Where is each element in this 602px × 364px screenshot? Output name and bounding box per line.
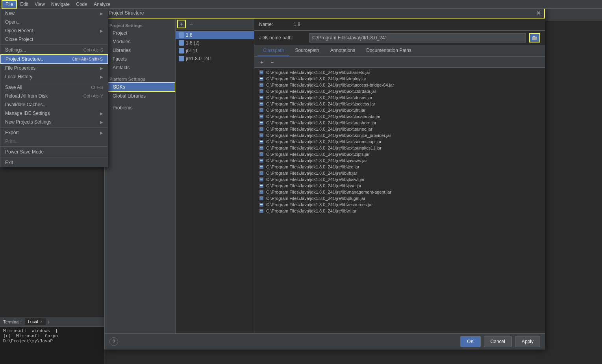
- ok-button[interactable]: OK: [460, 336, 480, 347]
- classpath-item[interactable]: C:\Program Files\Java\jdk1.8.0_241\jre\l…: [254, 88, 545, 94]
- jdk-path-input[interactable]: [309, 33, 526, 42]
- classpath-item[interactable]: C:\Program Files\Java\jdk1.8.0_241\jre\l…: [254, 139, 545, 145]
- classpath-item[interactable]: C:\Program Files\Java\jdk1.8.0_241\jre\l…: [254, 94, 545, 101]
- menu-item-manage-ide[interactable]: Manage IDE Settings ▶: [0, 109, 108, 118]
- menu-item-label: Print...: [5, 139, 19, 144]
- classpath-item[interactable]: C:\Program Files\Java\jdk1.8.0_241\jre\l…: [254, 113, 545, 120]
- menu-item-open[interactable]: Open...: [0, 18, 108, 26]
- classpath-item[interactable]: C:\Program Files\Java\jdk1.8.0_241\jre\l…: [254, 157, 545, 164]
- classpath-item[interactable]: C:\Program Files\Java\jdk1.8.0_241\jre\l…: [254, 69, 545, 76]
- classpath-item[interactable]: C:\Program Files\Java\jdk1.8.0_241\jre\l…: [254, 176, 545, 183]
- shortcut-label: Ctrl+Alt+S: [83, 48, 103, 52]
- menu-item-power-save[interactable]: Power Save Mode: [0, 148, 108, 156]
- menu-item-label: Open...: [5, 19, 20, 25]
- classpath-item[interactable]: C:\Program Files\Java\jdk1.8.0_241\jre\l…: [254, 76, 545, 82]
- classpath-item[interactable]: C:\Program Files\Java\jdk1.8.0_241\jre\l…: [254, 107, 545, 113]
- menu-code[interactable]: Code: [73, 1, 91, 8]
- classpath-item[interactable]: C:\Program Files\Java\jdk1.8.0_241\jre\l…: [254, 189, 545, 195]
- tab-annotations[interactable]: Annotations: [325, 45, 361, 56]
- jdk-browse-button[interactable]: [529, 33, 540, 42]
- classpath-path: C:\Program Files\Java\jdk1.8.0_241\jre\l…: [266, 120, 376, 125]
- sdk-item-jre[interactable]: jre1.8.0_241: [176, 55, 254, 63]
- classpath-path: C:\Program Files\Java\jdk1.8.0_241\jre\l…: [266, 133, 391, 138]
- classpath-item[interactable]: C:\Program Files\Java\jdk1.8.0_241\jre\l…: [254, 82, 545, 88]
- menu-navigate[interactable]: Navigate: [48, 1, 73, 8]
- menu-item-label: Save All: [5, 85, 22, 90]
- sdk-add-button[interactable]: +: [177, 20, 186, 28]
- menu-edit[interactable]: Edit: [17, 1, 31, 8]
- menu-item-file-properties[interactable]: File Properties ▶: [0, 64, 108, 72]
- sdk-item-jbr-11[interactable]: jbr-11: [176, 47, 254, 55]
- classpath-item[interactable]: C:\Program Files\Java\jdk1.8.0_241\jre\l…: [254, 170, 545, 176]
- classpath-item[interactable]: C:\Program Files\Java\jdk1.8.0_241\jre\l…: [254, 208, 545, 214]
- classpath-item[interactable]: C:\Program Files\Java\jdk1.8.0_241\jre\l…: [254, 132, 545, 139]
- terminal-tab-close[interactable]: ×: [40, 320, 43, 324]
- tab-classpath[interactable]: Classpath: [257, 45, 289, 56]
- classpath-item[interactable]: C:\Program Files\Java\jdk1.8.0_241\jre\l…: [254, 151, 545, 157]
- menu-file[interactable]: File: [2, 0, 17, 9]
- menu-item-local-history[interactable]: Local History ▶: [0, 72, 108, 81]
- tab-documentation-paths[interactable]: Documentation Paths: [361, 45, 417, 56]
- svg-rect-20: [260, 129, 263, 129]
- menu-item-new-projects-settings[interactable]: New Projects Settings ▶: [0, 118, 108, 126]
- apply-button[interactable]: Apply: [515, 336, 540, 347]
- classpath-list: C:\Program Files\Java\jdk1.8.0_241\jre\l…: [254, 68, 545, 333]
- shortcut-label: Ctrl+Alt+Shift+S: [72, 57, 103, 61]
- menu-analyze[interactable]: Analyze: [91, 1, 114, 8]
- sdk-label: jbr-11: [186, 48, 198, 54]
- submenu-arrow: ▶: [100, 66, 103, 70]
- menu-item-new[interactable]: New ▶: [0, 9, 108, 18]
- menu-item-open-recent[interactable]: Open Recent ▶: [0, 26, 108, 35]
- menu-item-export[interactable]: Export ▶: [0, 128, 108, 137]
- cancel-button[interactable]: Cancel: [484, 336, 512, 347]
- menu-item-save-all[interactable]: Save All Ctrl+S: [0, 83, 108, 92]
- sidebar-item-global-libraries[interactable]: Global Libraries: [105, 92, 175, 100]
- classpath-item[interactable]: C:\Program Files\Java\jdk1.8.0_241\jre\l…: [254, 145, 545, 151]
- section-title-project-settings: Project Settings: [105, 22, 175, 29]
- menu-item-settings[interactable]: Settings... Ctrl+Alt+S: [0, 46, 108, 54]
- menu-item-invalidate-caches[interactable]: Invalidate Caches...: [0, 100, 108, 109]
- jar-icon: [259, 171, 264, 176]
- separator: [0, 44, 108, 45]
- dialog-close-button[interactable]: ✕: [536, 10, 541, 16]
- classpath-add-button[interactable]: +: [257, 58, 266, 67]
- jar-icon: [259, 114, 264, 119]
- svg-rect-10: [260, 97, 263, 98]
- terminal-add-button[interactable]: +: [47, 319, 50, 325]
- sidebar-item-sdks[interactable]: SDKs: [105, 82, 175, 92]
- menu-item-exit[interactable]: Exit: [0, 158, 108, 167]
- menu-item-reload[interactable]: Reload All from Disk Ctrl+Alt+Y: [0, 92, 108, 100]
- project-structure-dialog: Project Structure ✕ Project Settings Pro…: [104, 7, 545, 349]
- classpath-item[interactable]: C:\Program Files\Java\jdk1.8.0_241\jre\l…: [254, 164, 545, 170]
- jar-icon: [259, 177, 264, 182]
- sdk-item-1-8[interactable]: 1.8: [176, 31, 254, 39]
- sdk-icon: [179, 32, 184, 38]
- classpath-remove-button[interactable]: −: [268, 58, 276, 67]
- menu-view[interactable]: View: [31, 1, 48, 8]
- sidebar-item-problems[interactable]: Problems: [105, 103, 175, 112]
- terminal-tab-local[interactable]: Local ×: [25, 318, 46, 325]
- menu-item-close-project[interactable]: Close Project: [0, 35, 108, 44]
- classpath-path: C:\Program Files\Java\jdk1.8.0_241\jre\l…: [266, 83, 394, 87]
- classpath-item[interactable]: C:\Program Files\Java\jdk1.8.0_241\jre\l…: [254, 120, 545, 126]
- sidebar-item-project[interactable]: Project: [105, 29, 175, 37]
- sdk-label: 1.8: [186, 32, 193, 38]
- sidebar-item-modules[interactable]: Modules: [105, 37, 175, 46]
- menu-bar: File Edit View Navigate Code Analyze: [0, 0, 602, 9]
- classpath-item[interactable]: C:\Program Files\Java\jdk1.8.0_241\jre\l…: [254, 183, 545, 189]
- sidebar-item-artifacts[interactable]: Artifacts: [105, 63, 175, 72]
- menu-item-project-structure[interactable]: Project Structure... Ctrl+Alt+Shift+S: [0, 54, 108, 64]
- classpath-item[interactable]: C:\Program Files\Java\jdk1.8.0_241\jre\l…: [254, 101, 545, 107]
- classpath-item[interactable]: C:\Program Files\Java\jdk1.8.0_241\jre\l…: [254, 201, 545, 208]
- sdk-remove-button[interactable]: −: [187, 20, 195, 28]
- sidebar-item-libraries[interactable]: Libraries: [105, 46, 175, 55]
- classpath-item[interactable]: C:\Program Files\Java\jdk1.8.0_241\jre\l…: [254, 195, 545, 201]
- tab-sourcepath[interactable]: Sourcepath: [289, 45, 324, 56]
- help-button[interactable]: ?: [109, 337, 118, 346]
- classpath-item[interactable]: C:\Program Files\Java\jdk1.8.0_241\jre\l…: [254, 126, 545, 132]
- sdk-item-1-8-2[interactable]: 1.8 (2): [176, 39, 254, 47]
- svg-rect-26: [260, 148, 263, 148]
- menu-item-label: Open Recent: [5, 28, 33, 33]
- classpath-path: C:\Program Files\Java\jdk1.8.0_241\jre\l…: [266, 102, 375, 106]
- sidebar-item-facets[interactable]: Facets: [105, 55, 175, 63]
